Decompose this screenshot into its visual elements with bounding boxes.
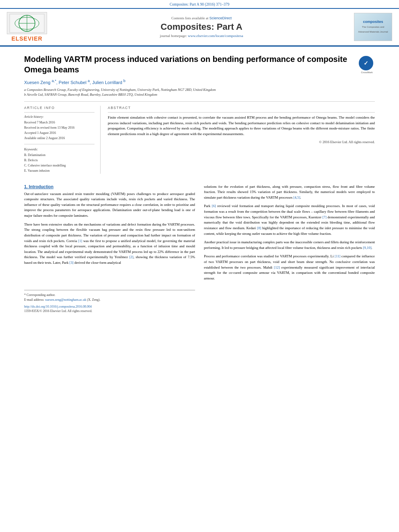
- keyword-c-cohesive: C. Cohesive interface modelling: [24, 163, 95, 168]
- author-lorrillard: Julien Lorrillard b: [92, 80, 125, 85]
- doi-section: http://dx.doi.org/10.1016/j.compositesa.…: [24, 305, 195, 313]
- ref-11[interactable]: [11]: [335, 254, 340, 258]
- main-content: 1. Introduction Out-of-autoclave vacuum …: [0, 178, 399, 319]
- article-title-section: Modelling VARTM process induced variatio…: [0, 47, 399, 101]
- footer-copyright: 1359-835X/© 2016 Elsevier Ltd. All right…: [24, 309, 195, 313]
- elsevier-wordmark: ELSEVIER: [11, 35, 42, 42]
- history-label: Article history:: [24, 115, 95, 119]
- journal-header: ELSEVIER Contents lists available at Sci…: [0, 8, 399, 45]
- email-link[interactable]: xuesen.zeng@nottingham.ac.uk: [45, 298, 86, 302]
- keyword-e-vacuum: E. Vacuum infusion: [24, 168, 95, 174]
- author-schubel: Peter Schubel a: [59, 80, 90, 85]
- composites-logo: composites The Composites andAdvanced Ma…: [354, 13, 392, 41]
- homepage-url[interactable]: www.elsevier.com/locate/compositesa: [188, 34, 243, 38]
- abstract-text: Finite element simulation with cohesive …: [108, 115, 375, 137]
- ref-12[interactable]: [12]: [274, 265, 280, 269]
- contents-available-line: Contents lists available at ScienceDirec…: [53, 16, 350, 20]
- ref-7[interactable]: [7]: [323, 215, 327, 219]
- ref-6[interactable]: [6]: [212, 204, 216, 208]
- crossmark-label: CrossMark: [359, 71, 375, 74]
- ref-2[interactable]: [2]: [129, 255, 133, 259]
- corresponding-author-note: * Corresponding author.: [24, 293, 195, 298]
- received-date: Received 7 March 2016: [24, 120, 95, 125]
- citation-text: Composites: Part A 90 (2016) 371–379: [170, 2, 230, 6]
- ref-1[interactable]: [1]: [78, 239, 82, 243]
- ref-9-10[interactable]: [9,10]: [363, 246, 371, 250]
- authors-line: Xuesen Zeng a,*, Peter Schubel a, Julien…: [24, 79, 355, 85]
- left-body-column: 1. Introduction Out-of-autoclave vacuum …: [24, 184, 195, 313]
- elsevier-logo-image: [7, 12, 47, 34]
- article-title: Modelling VARTM process induced variatio…: [24, 54, 355, 75]
- footnotes-section: * Corresponding author. E-mail address: …: [24, 290, 195, 302]
- abstract-column: ABSTRACT Finite element simulation with …: [101, 106, 375, 173]
- right-paragraph-4: Process and performance correlation was …: [204, 254, 375, 281]
- journal-homepage: journal homepage: www.elsevier.com/locat…: [53, 34, 350, 38]
- available-date: Available online 2 August 2016: [24, 136, 95, 141]
- crossmark-badge[interactable]: ✓: [359, 56, 373, 70]
- received-revised-date: Received in revised form 13 May 2016: [24, 125, 95, 131]
- article-info-column: ARTICLE INFO Article history: Received 7…: [24, 106, 101, 173]
- intro-paragraph-2: There have been extensive studies on the…: [24, 222, 195, 266]
- abstract-copyright: © 2016 Elsevier Ltd. All rights reserved…: [108, 140, 375, 144]
- abstract-header: ABSTRACT: [108, 106, 375, 110]
- doi-link[interactable]: http://dx.doi.org/10.1016/j.compositesa.…: [24, 305, 195, 308]
- article-info-header: ARTICLE INFO: [24, 106, 95, 110]
- keyword-b-delamination: B. Delamination: [24, 153, 95, 158]
- composites-logo-area: composites The Composites andAdvanced Ma…: [354, 13, 394, 41]
- ref-8[interactable]: [8]: [257, 226, 261, 230]
- affiliation-a: a Composites Research Group, Faculty of …: [24, 87, 355, 92]
- email-line: E-mail address: xuesen.zeng@nottingham.a…: [24, 298, 195, 302]
- right-paragraph-1: solutions for the evolution of part thic…: [204, 184, 375, 201]
- body-columns: 1. Introduction Out-of-autoclave vacuum …: [24, 184, 375, 313]
- accepted-date: Accepted 1 August 2016: [24, 131, 95, 136]
- sciencedirect-link[interactable]: ScienceDirect: [209, 16, 232, 20]
- intro-paragraph-1: Out-of-autoclave vacuum assisted resin t…: [24, 191, 195, 219]
- right-body-column: solutions for the evolution of part thic…: [204, 184, 375, 313]
- author-zeng: Xuesen Zeng a,*: [24, 80, 56, 85]
- keywords-label: Keywords:: [24, 148, 95, 151]
- right-paragraph-3: Another practical issue in manufacturing…: [204, 240, 375, 251]
- ref-3[interactable]: [3]: [70, 261, 74, 265]
- affiliation-b: b Aircelle Ltd, SAFRAN Group, Bancroft R…: [24, 92, 355, 97]
- article-title-area: Modelling VARTM process induced variatio…: [24, 54, 355, 97]
- keyword-b-defects: B. Defects: [24, 158, 95, 163]
- affiliations: a Composites Research Group, Faculty of …: [24, 87, 355, 98]
- journal-title: Composites: Part A: [53, 22, 350, 32]
- journal-info-center: Contents lists available at ScienceDirec…: [53, 16, 350, 38]
- elsevier-logo: ELSEVIER: [5, 12, 49, 42]
- keywords-section: Keywords: B. Delamination B. Defects C. …: [24, 148, 95, 173]
- right-paragraph-2: Park [6] reviewed void formation and tra…: [204, 203, 375, 236]
- crossmark-area: ✓ CrossMark: [359, 56, 375, 74]
- journal-citation: Composites: Part A 90 (2016) 371–379: [0, 0, 399, 8]
- introduction-title: 1. Introduction: [24, 184, 195, 189]
- publisher-logo-area: ELSEVIER: [5, 12, 49, 42]
- ref-4-5[interactable]: [4,5]: [293, 195, 300, 199]
